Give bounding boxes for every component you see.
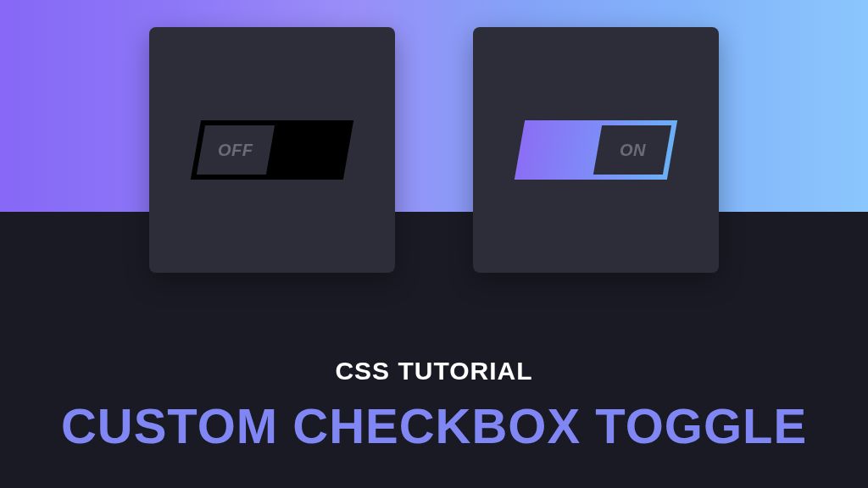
title-section: CSS TUTORIAL CUSTOM CHECKBOX TOGGLE: [0, 357, 868, 454]
toggle-label-on: ON: [620, 141, 646, 160]
toggle-card-on: ON: [473, 27, 719, 273]
toggle-handle-off: OFF: [197, 125, 275, 175]
toggle-label-off: OFF: [218, 141, 253, 160]
tutorial-main-title: CUSTOM CHECKBOX TOGGLE: [0, 397, 868, 454]
tutorial-subtitle: CSS TUTORIAL: [0, 357, 868, 385]
checkbox-toggle-on[interactable]: ON: [515, 120, 677, 180]
toggle-handle-on: ON: [593, 125, 671, 175]
cards-container: OFF ON: [0, 27, 868, 273]
toggle-card-off: OFF: [149, 27, 395, 273]
checkbox-toggle-off[interactable]: OFF: [191, 120, 353, 180]
